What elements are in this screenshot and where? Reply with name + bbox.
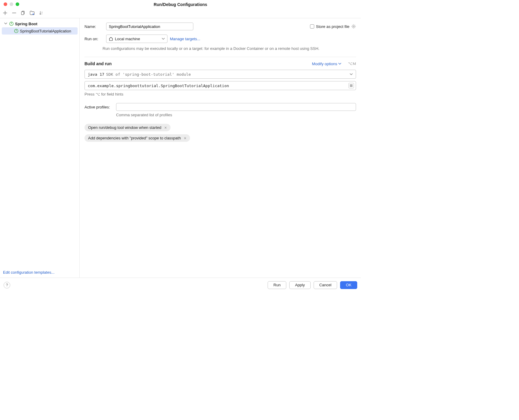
build-section-title: Build and run — [84, 61, 112, 66]
option-chip-provided-scope: Add dependencies with "provided" scope t… — [84, 134, 190, 142]
window-title: Run/Debug Configurations — [154, 2, 207, 7]
help-button[interactable]: ? — [4, 282, 10, 288]
profiles-label: Active profiles: — [84, 105, 113, 109]
main-class-field[interactable]: com.example.springboottutorial.SpringBoo… — [84, 81, 356, 90]
chevron-down-icon — [162, 37, 165, 40]
store-as-project-checkbox[interactable] — [310, 24, 314, 29]
option-chip-tool-window: Open run/debug tool window when started … — [84, 124, 170, 131]
cancel-button[interactable]: Cancel — [314, 281, 337, 289]
remove-config-button[interactable] — [11, 10, 17, 16]
store-as-project-label: Store as project file — [316, 24, 349, 29]
titlebar: Run/Debug Configurations — [0, 0, 361, 9]
modify-shortcut: ⌥M — [348, 61, 356, 66]
expand-field-icon[interactable] — [349, 83, 354, 88]
runon-label: Run on: — [84, 37, 104, 41]
sidebar-toolbar: az — [2, 10, 44, 16]
save-folder-button[interactable] — [29, 10, 35, 16]
modify-options-link[interactable]: Modify options — [312, 62, 342, 66]
window-minimize-button[interactable] — [10, 2, 13, 6]
config-item-app[interactable]: SpringBootTutorialApplication — [2, 27, 78, 35]
config-form: Name: Store as project file Run on: Loca — [80, 18, 361, 278]
runon-dropdown[interactable]: Local machine — [106, 35, 167, 43]
chip-label: Open run/debug tool window when started — [88, 125, 161, 130]
svg-point-6 — [353, 26, 354, 27]
remove-chip-icon[interactable]: × — [184, 136, 186, 140]
home-icon — [109, 37, 113, 41]
copy-config-button[interactable] — [20, 10, 26, 16]
main-class-value: com.example.springboottutorial.SpringBoo… — [88, 84, 229, 88]
gear-icon[interactable] — [351, 24, 356, 29]
springboot-icon — [14, 29, 19, 33]
sdk-dropdown[interactable]: java 17 SDK of 'spring-boot-tutorial' mo… — [84, 70, 356, 79]
add-config-button[interactable] — [2, 10, 8, 16]
manage-targets-link[interactable]: Manage targets... — [170, 37, 200, 41]
edit-templates-link[interactable]: Edit configuration templates... — [0, 268, 79, 278]
window-zoom-button[interactable] — [16, 2, 19, 6]
remove-chip-icon[interactable]: × — [164, 126, 167, 130]
chip-label: Add dependencies with "provided" scope t… — [88, 136, 181, 140]
config-group-label: Spring Boot — [15, 22, 37, 26]
profiles-input[interactable] — [116, 103, 356, 111]
sdk-desc-label: SDK of 'spring-boot-tutorial' module — [106, 72, 191, 77]
field-hints: Press ⌥ for field hints — [84, 92, 356, 96]
apply-button[interactable]: Apply — [289, 281, 311, 289]
dialog-footer: ? Run Apply Cancel OK — [0, 278, 361, 292]
window-close-button[interactable] — [4, 2, 7, 6]
ok-button[interactable]: OK — [340, 281, 357, 289]
chevron-down-icon — [4, 22, 8, 26]
name-input[interactable] — [106, 23, 193, 30]
sdk-java-label: java 17 — [88, 72, 104, 77]
config-sidebar: Spring Boot SpringBootTutorialApplicatio… — [0, 18, 80, 278]
sort-button[interactable]: az — [38, 10, 44, 16]
name-label: Name: — [84, 24, 104, 29]
runon-hint: Run configurations may be executed local… — [103, 46, 356, 51]
runon-value: Local machine — [115, 37, 140, 41]
config-item-label: SpringBootTutorialApplication — [20, 29, 71, 33]
svg-text:z: z — [41, 13, 42, 15]
chevron-down-icon — [350, 73, 353, 76]
profiles-hint: Comma separated list of profiles — [116, 113, 356, 117]
svg-rect-1 — [21, 12, 24, 15]
run-button[interactable]: Run — [268, 281, 286, 289]
config-group-springboot[interactable]: Spring Boot — [0, 20, 79, 27]
springboot-icon — [9, 21, 14, 26]
